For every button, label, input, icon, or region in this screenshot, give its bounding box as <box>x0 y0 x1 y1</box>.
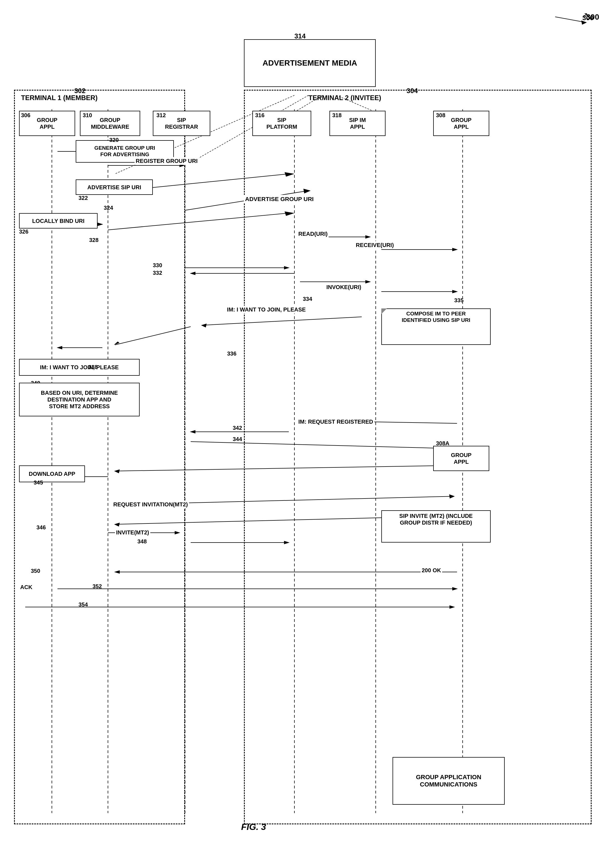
terminal1-label: TERMINAL 1 (MEMBER) <box>21 94 98 102</box>
ref-320: 320 <box>109 137 119 143</box>
terminal1-box <box>14 90 185 824</box>
ref-350: 350 <box>31 568 40 574</box>
ref-352: 352 <box>92 583 102 590</box>
ref-328: 328 <box>89 237 98 243</box>
ref-334: 334 <box>303 296 312 302</box>
ref-332: 332 <box>153 270 162 276</box>
advertise-group-uri-label: ADVERTISE GROUP URI <box>244 195 315 203</box>
ref-326: 326 <box>19 228 28 235</box>
ref-318: 318 <box>332 112 342 119</box>
ref-308: 308 <box>436 112 445 119</box>
svg-marker-29 <box>201 323 207 328</box>
ref-345: 345 <box>34 480 43 486</box>
adv-media-box: ADVERTISEMENT MEDIA <box>244 39 376 87</box>
fig-label: FIG. 3 <box>241 822 266 832</box>
group-app-comms-box: GROUP APPLICATIONCOMMUNICATIONS <box>393 757 505 805</box>
ref-306: 306 <box>21 112 30 119</box>
ref-322: 322 <box>79 195 88 201</box>
based-on-uri-box: BASED ON URI, DETERMINEDESTINATION APP A… <box>19 383 140 416</box>
ref-316: 316 <box>255 112 264 119</box>
diagram-container: 300 300 ↗ ADVERTISEMENT MEDIA 314 TERMIN… <box>0 0 616 849</box>
ref-310: 310 <box>83 112 92 119</box>
ref-324: 324 <box>104 205 113 211</box>
im-want-join-lower-box: IM: I WANT TO JOIN, PLEASE <box>19 359 140 376</box>
read-uri-label: READ(URI) <box>297 230 329 238</box>
locally-bind-uri-box: LOCALLY BIND URI <box>19 213 98 228</box>
ref-314: 314 <box>295 32 306 40</box>
im-want-join-upper-label: IM: I WANT TO JOIN, PLEASE <box>196 305 336 313</box>
ref-338: 338 <box>88 364 98 370</box>
ref-300-label: 300 <box>586 13 599 22</box>
note-corner <box>381 308 387 314</box>
svg-marker-23 <box>190 272 195 275</box>
ok-200-label: 200 OK <box>421 566 442 574</box>
ack-label: ACK <box>19 583 33 591</box>
ref-302: 302 <box>74 87 86 95</box>
request-invitation-label: REQUEST INVITATION(MT2) <box>112 500 189 508</box>
ref-308a: 308A <box>436 440 449 447</box>
ref-342: 342 <box>233 425 242 431</box>
receive-uri-label: RECEIVE(URI) <box>355 241 395 249</box>
compose-im-box: COMPOSE IM TO PEERIDENTIFIED USING SIP U… <box>381 308 491 345</box>
ref-330: 330 <box>153 262 162 269</box>
invite-mt2-label: INVITE(MT2) <box>115 529 150 536</box>
sip-invite-box: SIP INVITE (MT2) (INCLUDEGROUP DISTR IF … <box>381 510 491 542</box>
ref-354: 354 <box>79 602 88 608</box>
ref-348: 348 <box>137 538 147 545</box>
invoke-uri-label: INVOKE(URI) <box>325 283 362 291</box>
group-appl-308a: GROUPAPPL <box>433 446 489 471</box>
advertise-sip-uri-box: ADVERTISE SIP URI <box>76 179 153 195</box>
ref-336: 336 <box>227 350 237 357</box>
im-request-registered-label: IM: REQUEST REGISTERED <box>297 418 374 426</box>
ref-312: 312 <box>156 112 166 119</box>
svg-marker-37 <box>190 430 195 433</box>
terminal2-label: TERMINAL 2 (INVITEE) <box>308 94 381 102</box>
register-group-uri-label: REGISTER GROUP URI <box>135 157 199 165</box>
download-app-box: DOWNLOAD APP <box>19 465 85 482</box>
ref-335: 335 <box>454 297 463 304</box>
ref-344: 344 <box>233 436 242 442</box>
ref-304: 304 <box>406 87 418 95</box>
arrow-300: ↗ <box>582 10 588 20</box>
ref-346: 346 <box>36 524 46 531</box>
